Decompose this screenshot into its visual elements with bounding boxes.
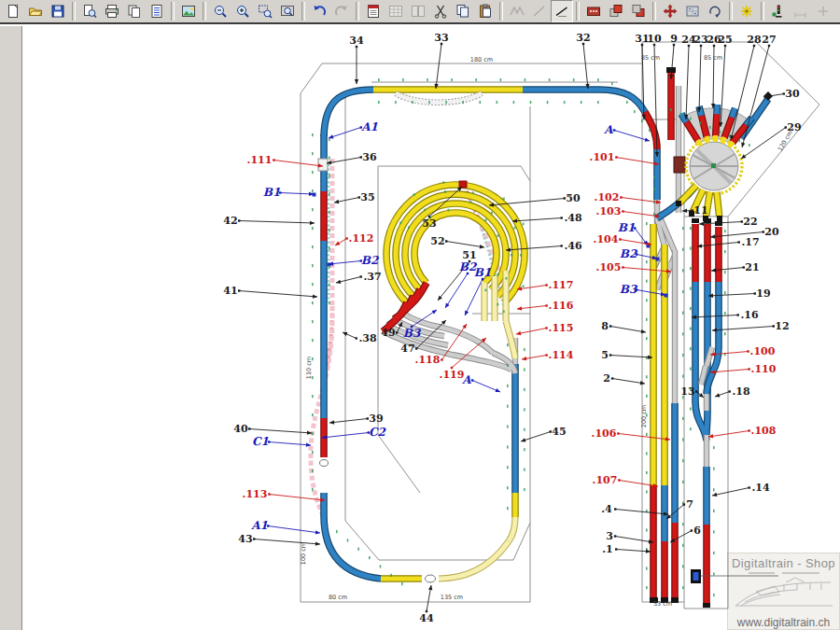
callout-12[interactable]: 12 [712, 320, 790, 332]
rotate-part-button[interactable] [704, 0, 726, 22]
material-list-button[interactable] [362, 0, 385, 22]
callout-44[interactable]: 44 [419, 585, 434, 624]
callout-52[interactable]: 52 [430, 235, 484, 248]
new-document-button[interactable] [2, 0, 24, 22]
callout-label: .101 [590, 151, 615, 163]
callout-h14[interactable]: .14 [712, 482, 770, 497]
zoom-all-button[interactable] [276, 0, 299, 22]
callout-label: 50 [566, 192, 581, 204]
callout-33[interactable]: 33 [434, 32, 448, 89]
grid-snap-button[interactable] [681, 0, 704, 22]
track-plan[interactable]: 3433323110924232625282730292220.172119.1… [0, 26, 840, 630]
callout-h114[interactable]: .114 [522, 349, 574, 361]
callout-label: A [603, 123, 613, 136]
callout-7[interactable]: 7 [666, 498, 693, 519]
callout-32[interactable]: 32 [576, 32, 590, 89]
callout-h117[interactable]: .117 [517, 279, 573, 291]
callout-5[interactable]: 5 [601, 349, 652, 361]
dimension-label: 135 cm [441, 594, 463, 601]
callout-label: .48 [564, 212, 581, 224]
callout-45[interactable]: 45 [521, 426, 567, 442]
callout-51[interactable]: 51 [438, 249, 477, 301]
callout-h107[interactable]: .107 [593, 474, 658, 487]
callout-41[interactable]: 41 [223, 285, 317, 299]
image-view-button[interactable] [177, 0, 200, 22]
callout-h110[interactable]: .110 [710, 363, 777, 375]
paste-button[interactable] [474, 0, 497, 22]
callout-39[interactable]: 39 [329, 413, 384, 425]
callout-label: .1 [602, 543, 612, 555]
callout-h4[interactable]: .4 [601, 503, 668, 516]
control-panel-button[interactable] [582, 0, 605, 22]
callout-h116[interactable]: .116 [517, 300, 574, 312]
zoom-in-button[interactable] [231, 0, 254, 22]
layout-canvas[interactable]: Digitaltrain - Shop www.digitaltrain.ch [0, 26, 840, 630]
lineside-building[interactable] [674, 157, 685, 173]
callout-h106[interactable]: .106 [592, 427, 670, 441]
straight-line-button [528, 0, 551, 22]
callout-13[interactable]: 13 [680, 385, 704, 398]
control-panel-icon [586, 4, 601, 19]
callout-35[interactable]: 35 [334, 191, 375, 203]
callout-h103[interactable]: .103 [596, 205, 660, 217]
callout-B1[interactable]: B1 [263, 186, 314, 199]
callout-h101[interactable]: .101 [590, 151, 659, 165]
callout-B2[interactable]: B2 [329, 254, 380, 267]
table-button [385, 0, 407, 22]
callout-C1[interactable]: C1 [252, 435, 311, 448]
cut-button[interactable] [429, 0, 452, 22]
callout-11[interactable]: 11 [682, 204, 708, 217]
callout-h48[interactable]: .48 [512, 212, 582, 224]
callout-h37[interactable]: .37 [336, 271, 382, 284]
callout-h105[interactable]: .105 [596, 261, 671, 273]
print-button[interactable] [101, 0, 123, 22]
callout-A[interactable]: A [603, 123, 650, 142]
callout-h16[interactable]: .16 [692, 309, 759, 321]
zoom-window-button[interactable] [254, 0, 276, 22]
print-copies-button[interactable] [123, 0, 146, 22]
terrain-button[interactable] [735, 0, 758, 22]
print-preview-button[interactable] [78, 0, 101, 22]
callout-h115[interactable]: .115 [516, 322, 573, 335]
callout-label: 27 [762, 34, 776, 46]
callout-24[interactable]: 24 [681, 34, 696, 119]
callout-43[interactable]: 43 [238, 533, 320, 546]
save-floppy-button[interactable] [47, 0, 69, 22]
table-icon [388, 4, 403, 19]
callout-A1[interactable]: A1 [329, 120, 378, 139]
gradient-button[interactable] [551, 0, 573, 22]
callout-h112[interactable]: .112 [335, 232, 373, 245]
move-part-button[interactable] [659, 0, 681, 22]
callout-27[interactable]: 27 [741, 34, 776, 147]
callout-h111[interactable]: .111 [247, 154, 323, 168]
send-back-button[interactable] [627, 0, 650, 22]
callout-8[interactable]: 8 [601, 320, 646, 333]
callout-34[interactable]: 34 [349, 35, 364, 84]
callout-2[interactable]: 2 [603, 372, 645, 385]
callout-label: 9 [670, 33, 678, 45]
callout-label: .100 [750, 345, 776, 357]
undo-button[interactable] [308, 0, 330, 22]
callout-A1[interactable]: A1 [250, 519, 320, 535]
callout-h104[interactable]: .104 [594, 233, 651, 245]
callout-h108[interactable]: .108 [708, 425, 777, 438]
callout-40[interactable]: 40 [233, 423, 312, 435]
callout-h18[interactable]: .18 [715, 385, 750, 398]
copy-button[interactable] [452, 0, 474, 22]
callout-h38[interactable]: .38 [343, 332, 377, 344]
signal-button[interactable] [767, 0, 790, 22]
callout-label: 6 [693, 525, 701, 537]
zoom-out-button[interactable] [209, 0, 231, 22]
callout-A[interactable]: A [461, 373, 500, 392]
callout-B2[interactable]: B2 [445, 260, 478, 308]
split-view-icon [411, 4, 426, 19]
bring-front-button[interactable] [605, 0, 627, 22]
callout-h102[interactable]: .102 [595, 191, 661, 204]
open-folder-button[interactable] [24, 0, 47, 22]
dimension-label: 180 cm [470, 56, 493, 63]
parts-list-button[interactable] [146, 0, 168, 22]
callout-3[interactable]: 3 [606, 530, 653, 543]
callout-C2[interactable]: C2 [322, 426, 387, 440]
callout-h1[interactable]: .1 [602, 543, 651, 555]
callout-label: 53 [422, 217, 436, 230]
